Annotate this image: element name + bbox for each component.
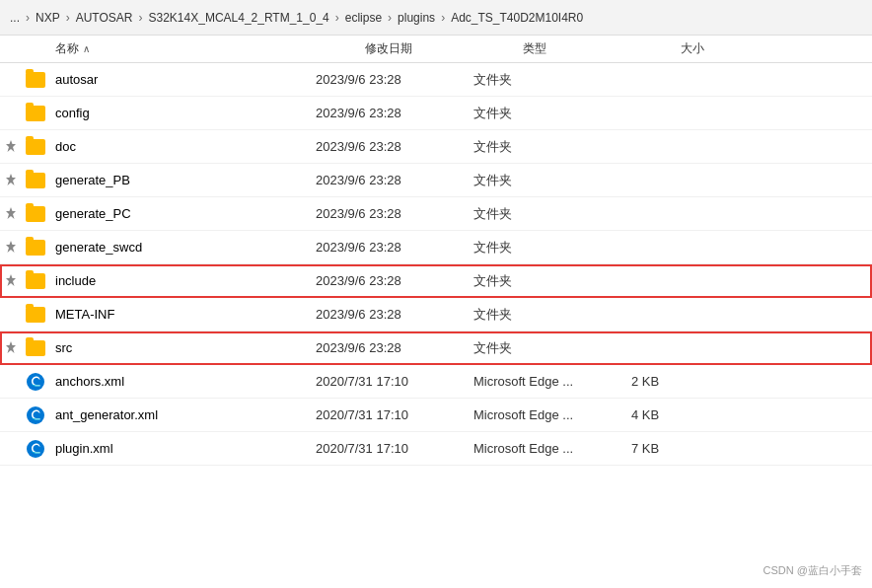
file-date: 2020/7/31 17:10 — [316, 374, 473, 389]
pin-icon — [0, 274, 22, 288]
folder-icon — [22, 139, 49, 155]
file-name[interactable]: META-INF — [49, 307, 316, 322]
file-size: 2 KB — [631, 374, 730, 389]
file-name[interactable]: generate_PC — [49, 206, 316, 221]
file-name[interactable]: ant_generator.xml — [49, 407, 316, 422]
breadcrumb-item-0[interactable]: ... — [10, 11, 20, 25]
file-row[interactable]: anchors.xml2020/7/31 17:10Microsoft Edge… — [0, 365, 872, 399]
svg-point-0 — [27, 373, 44, 391]
file-row[interactable]: generate_PC2023/9/6 23:28文件夹 — [0, 197, 872, 231]
file-name[interactable]: anchors.xml — [49, 374, 316, 389]
folder-icon — [22, 340, 49, 356]
breadcrumb-item-5[interactable]: plugins — [398, 11, 435, 25]
pin-icon — [0, 140, 22, 154]
folder-icon — [22, 240, 49, 256]
file-date: 2020/7/31 17:10 — [316, 441, 473, 456]
file-size: 4 KB — [631, 407, 730, 422]
file-name[interactable]: config — [49, 106, 316, 120]
file-size: 7 KB — [631, 441, 730, 456]
file-name[interactable]: plugin.xml — [49, 441, 316, 456]
svg-point-1 — [27, 406, 44, 424]
column-header: 名称 ∧ 修改日期 类型 大小 — [0, 36, 872, 63]
breadcrumb-item-4[interactable]: eclipse — [345, 11, 382, 25]
file-type: 文件夹 — [473, 71, 631, 89]
breadcrumb-item-1[interactable]: NXP — [36, 11, 60, 25]
file-row[interactable]: doc2023/9/6 23:28文件夹 — [0, 130, 872, 164]
breadcrumb-sep-4: › — [388, 11, 392, 25]
file-type: 文件夹 — [473, 339, 631, 357]
breadcrumb-bar: ... › NXP › AUTOSAR › S32K14X_MCAL4_2_RT… — [0, 0, 872, 36]
file-name[interactable]: include — [49, 273, 316, 288]
folder-icon — [22, 273, 49, 289]
svg-point-2 — [27, 440, 44, 458]
edge-icon — [22, 373, 49, 391]
file-row[interactable]: META-INF2023/9/6 23:28文件夹 — [0, 298, 872, 331]
folder-icon — [22, 206, 49, 222]
col-date-header[interactable]: 修改日期 — [365, 40, 523, 57]
file-row[interactable]: config2023/9/6 23:28文件夹 — [0, 97, 872, 130]
file-date: 2023/9/6 23:28 — [316, 307, 473, 322]
pin-icon — [0, 341, 22, 355]
file-type: 文件夹 — [473, 205, 631, 223]
col-name-header[interactable]: 名称 ∧ — [49, 40, 365, 57]
file-name[interactable]: autosar — [49, 72, 316, 87]
edge-icon — [22, 406, 49, 424]
folder-icon — [22, 173, 49, 188]
breadcrumb-sep-1: › — [66, 11, 70, 25]
file-date: 2023/9/6 23:28 — [316, 340, 473, 355]
file-type: 文件夹 — [473, 105, 631, 122]
file-date: 2023/9/6 23:28 — [316, 72, 473, 87]
file-date: 2020/7/31 17:10 — [316, 407, 473, 422]
file-date: 2023/9/6 23:28 — [316, 139, 473, 154]
file-date: 2023/9/6 23:28 — [316, 273, 473, 288]
file-row[interactable]: ant_generator.xml2020/7/31 17:10Microsof… — [0, 399, 872, 432]
file-type: Microsoft Edge ... — [473, 441, 631, 456]
breadcrumb-sep-5: › — [441, 11, 445, 25]
file-row[interactable]: include2023/9/6 23:28文件夹 — [0, 264, 872, 298]
file-explorer: 名称 ∧ 修改日期 类型 大小 autosar2023/9/6 23:28文件夹… — [0, 36, 872, 588]
col-type-header[interactable]: 类型 — [523, 40, 681, 57]
file-name[interactable]: doc — [49, 139, 316, 154]
col-size-header[interactable]: 大小 — [681, 40, 779, 57]
file-row[interactable]: src2023/9/6 23:28文件夹 — [0, 331, 872, 365]
file-type: 文件夹 — [473, 272, 631, 290]
breadcrumb-sep-2: › — [139, 11, 143, 25]
pin-icon — [0, 241, 22, 255]
file-name[interactable]: generate_PB — [49, 173, 316, 187]
file-type: 文件夹 — [473, 172, 631, 189]
file-type: 文件夹 — [473, 239, 631, 257]
watermark: CSDN @蓝白小手套 — [763, 563, 862, 578]
pin-icon — [0, 207, 22, 221]
file-type: 文件夹 — [473, 138, 631, 156]
file-list: autosar2023/9/6 23:28文件夹config2023/9/6 2… — [0, 63, 872, 588]
breadcrumb-sep-0: › — [26, 11, 30, 25]
file-row[interactable]: autosar2023/9/6 23:28文件夹 — [0, 63, 872, 97]
file-date: 2023/9/6 23:28 — [316, 240, 473, 255]
file-type: Microsoft Edge ... — [473, 407, 631, 422]
file-type: Microsoft Edge ... — [473, 374, 631, 389]
breadcrumb-item-3[interactable]: S32K14X_MCAL4_2_RTM_1_0_4 — [149, 11, 329, 25]
folder-icon — [22, 72, 49, 88]
breadcrumb-item-6[interactable]: Adc_TS_T40D2M10I4R0 — [451, 11, 583, 25]
file-date: 2023/9/6 23:28 — [316, 206, 473, 221]
file-row[interactable]: generate_swcd2023/9/6 23:28文件夹 — [0, 231, 872, 264]
file-date: 2023/9/6 23:28 — [316, 106, 473, 120]
file-name[interactable]: src — [49, 340, 316, 355]
file-row[interactable]: generate_PB2023/9/6 23:28文件夹 — [0, 164, 872, 197]
file-type: 文件夹 — [473, 306, 631, 324]
folder-icon — [22, 307, 49, 323]
folder-icon — [22, 106, 49, 121]
edge-icon — [22, 440, 49, 458]
file-name[interactable]: generate_swcd — [49, 240, 316, 255]
breadcrumb-item-2[interactable]: AUTOSAR — [76, 11, 133, 25]
sort-arrow-icon: ∧ — [83, 43, 90, 54]
pin-icon — [0, 174, 22, 187]
breadcrumb-sep-3: › — [335, 11, 339, 25]
file-date: 2023/9/6 23:28 — [316, 173, 473, 187]
file-row[interactable]: plugin.xml2020/7/31 17:10Microsoft Edge … — [0, 432, 872, 466]
